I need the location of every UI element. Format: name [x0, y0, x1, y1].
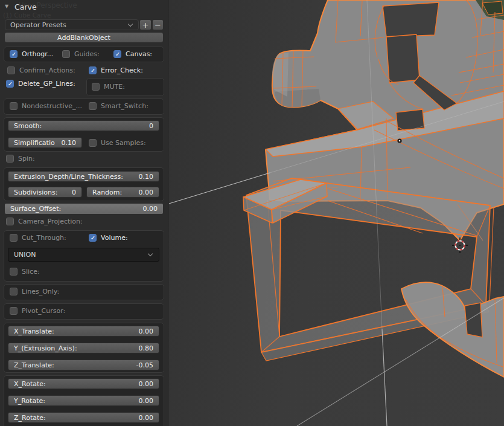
boolean-operation-value: UNION — [14, 251, 36, 259]
guides-checkbox[interactable]: Guides: — [62, 50, 100, 58]
random-slider[interactable]: Random: 0.00 — [86, 187, 159, 198]
checkbox-unchecked-icon — [89, 102, 97, 110]
checkbox-label: Camera_Projection: — [18, 218, 83, 225]
object-origin-dot — [397, 138, 401, 143]
carve-operator-panel: User Perspective (1) Cube Carve ▼ Carve … — [0, 0, 168, 426]
checkbox-label: Delete_GP_Lines: — [18, 80, 75, 88]
checkbox-unchecked-icon — [92, 83, 100, 91]
volume-checkbox[interactable]: Volume: — [89, 234, 128, 242]
checkbox-label: Slice: — [22, 268, 40, 276]
delete-gp-lines-checkbox[interactable]: Delete_GP_Lines: — [6, 80, 75, 88]
chevron-down-icon — [128, 22, 133, 28]
slider-value: 0.10 — [139, 173, 154, 181]
slider-value: 0.00 — [139, 397, 154, 405]
slider-label: Random: — [92, 189, 122, 196]
camera-projection-checkbox[interactable]: Camera_Projection: — [6, 218, 83, 225]
checkbox-label: Guides: — [74, 50, 100, 58]
canvas-checkbox[interactable]: Canvas: — [113, 50, 152, 58]
use-samples-checkbox[interactable]: Use Samples: — [89, 139, 146, 147]
slider-value: 0 — [149, 122, 153, 130]
checkbox-label: Confirm_Actions: — [19, 66, 75, 74]
x-translate-slider[interactable]: X_Translate: 0.00 — [8, 326, 159, 337]
mute-checkbox[interactable]: MUTE: — [92, 83, 125, 91]
checkbox-checked-icon — [113, 50, 121, 58]
checkbox-label: Cut_Through: — [22, 234, 66, 242]
checkbox-label: Pivot_Cursor: — [22, 307, 65, 315]
checkbox-label: Use Samples: — [101, 139, 146, 147]
checkbox-unchecked-icon — [89, 139, 97, 147]
checkbox-unchecked-icon — [10, 234, 18, 242]
slider-label: Simplificatio — [14, 139, 55, 147]
checkbox-checked-icon — [89, 234, 97, 242]
checkbox-checked-icon — [89, 66, 97, 74]
slider-label: Surface_Offset: — [10, 205, 61, 213]
chevron-down-icon — [148, 252, 153, 257]
confirm-actions-checkbox[interactable]: Confirm_Actions: — [7, 66, 75, 74]
preset-remove-button[interactable]: − — [152, 19, 164, 30]
spin-checkbox[interactable]: Spin: — [6, 155, 35, 163]
checkbox-label: Spin: — [18, 155, 35, 163]
slider-value: 0.00 — [139, 380, 154, 388]
surface-offset-slider[interactable]: Surface_Offset: 0.00 — [4, 203, 164, 215]
y-rotate-slider[interactable]: Y_Rotate: 0.00 — [8, 395, 159, 406]
slider-label: Z_Translate: — [14, 361, 54, 369]
checkbox-unchecked-icon — [10, 268, 18, 276]
slider-label: Y_(Extrusion_Axis): — [14, 344, 77, 352]
z-translate-slider[interactable]: Z_Translate: -0.05 — [8, 360, 159, 370]
panel-title: Carve — [14, 2, 37, 11]
simplification-slider[interactable]: Simplificatio 0.10 — [8, 137, 82, 148]
checkbox-unchecked-icon — [6, 218, 14, 225]
slider-value: 0 — [72, 189, 76, 196]
orthographic-checkbox[interactable]: Orthogr... — [10, 50, 53, 58]
checkbox-unchecked-icon — [10, 288, 18, 295]
checkbox-checked-icon — [10, 50, 18, 58]
checkbox-label: MUTE: — [104, 83, 125, 91]
boolean-operation-dropdown[interactable]: UNION — [8, 248, 159, 262]
checkbox-unchecked-icon — [10, 102, 18, 110]
slider-value: -0.05 — [136, 361, 153, 369]
slider-label: X_Rotate: — [14, 380, 46, 388]
x-rotate-slider[interactable]: X_Rotate: 0.00 — [8, 378, 159, 389]
z-rotate-slider[interactable]: Z_Rotate: 0.00 — [8, 412, 159, 423]
checkbox-label: Volume: — [101, 234, 128, 242]
viewport-scene — [168, 0, 504, 426]
slider-label: Z_Rotate: — [14, 414, 46, 422]
slider-label: Extrusion_Depth/Line_Thickness: — [14, 173, 123, 181]
checkbox-unchecked-icon — [6, 155, 14, 163]
error-check-checkbox[interactable]: Error_Check: — [89, 66, 143, 74]
extrusion-depth-slider[interactable]: Extrusion_Depth/Line_Thickness: 0.10 — [8, 171, 159, 182]
subdivisions-slider[interactable]: Subdivisions: 0 — [8, 187, 82, 198]
smooth-slider[interactable]: Smooth: 0 — [8, 120, 159, 131]
checkbox-unchecked-icon — [62, 50, 70, 58]
slider-label: Subdivisions: — [14, 189, 57, 196]
slider-value: 0.00 — [139, 189, 154, 196]
add-blank-object-button[interactable]: AddBlankObject — [4, 32, 164, 43]
checkbox-unchecked-icon — [10, 307, 18, 315]
operator-presets-label: Operator Presets — [10, 21, 66, 29]
pivot-cursor-checkbox[interactable]: Pivot_Cursor: — [10, 307, 65, 315]
operator-presets-dropdown[interactable]: Operator Presets — [5, 19, 139, 30]
checkbox-label: Orthogr... — [22, 50, 53, 58]
smart-switch-checkbox[interactable]: Smart_Switch: — [89, 102, 148, 110]
slider-value: 0.80 — [139, 344, 154, 352]
checkbox-unchecked-icon — [7, 66, 15, 74]
checkbox-label: Nondestructive_... — [22, 102, 82, 110]
slider-value: 0.00 — [139, 328, 154, 335]
preset-add-button[interactable]: + — [139, 19, 152, 30]
cursor-3d — [452, 237, 468, 253]
slider-value: 0.10 — [62, 139, 77, 147]
viewport-3d[interactable] — [168, 0, 504, 426]
nondestructive-checkbox[interactable]: Nondestructive_... — [10, 102, 82, 110]
y-extrusion-axis-slider[interactable]: Y_(Extrusion_Axis): 0.80 — [8, 343, 159, 353]
checkbox-checked-icon — [6, 80, 14, 88]
cut-through-checkbox[interactable]: Cut_Through: — [10, 234, 66, 242]
slider-label: Y_Rotate: — [14, 397, 45, 405]
slice-checkbox[interactable]: Slice: — [10, 268, 40, 276]
slider-label: Smooth: — [14, 122, 42, 130]
lines-only-checkbox[interactable]: Lines_Only: — [10, 288, 59, 295]
panel-collapse-icon[interactable]: ▼ — [5, 4, 8, 9]
slider-label: X_Translate: — [14, 328, 54, 335]
checkbox-label: Error_Check: — [101, 66, 143, 74]
checkbox-label: Canvas: — [126, 50, 152, 58]
blender-window: User Perspective (1) Cube Carve ▼ Carve … — [0, 0, 504, 426]
